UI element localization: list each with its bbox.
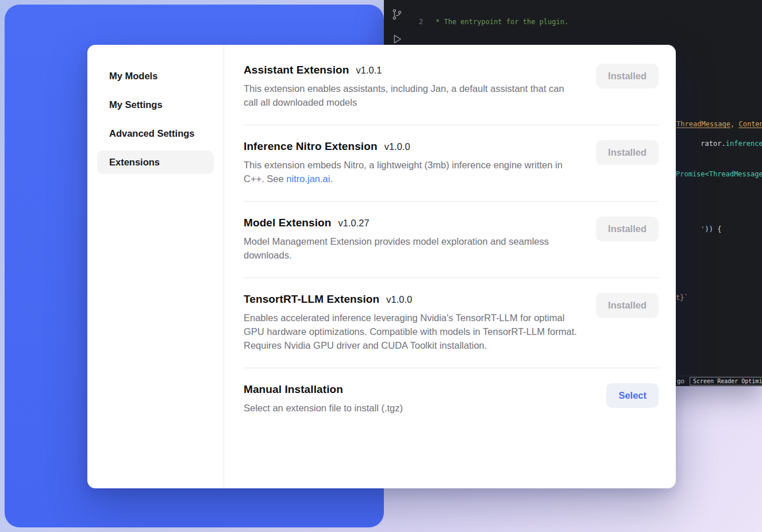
description-text: . <box>330 174 333 184</box>
extension-info: Assistant Extension v1.0.1 This extensio… <box>244 64 580 109</box>
page-background: 2 * The entrypoint for the plugin. 3 */ … <box>0 0 762 532</box>
extension-version: v1.0.0 <box>384 141 410 152</box>
screen-reader-optimized-button[interactable]: Screen Reader Optimized <box>690 377 762 385</box>
extension-info: Inference Nitro Extension v1.0.0 This ex… <box>244 140 580 186</box>
extension-description: This extension enables assistants, inclu… <box>244 82 580 109</box>
extension-version: v1.0.1 <box>356 65 382 76</box>
nitro-jan-ai-link[interactable]: nitro.jan.ai <box>286 174 330 184</box>
line-number: 2 <box>410 17 423 27</box>
extensions-panel: Assistant Extension v1.0.1 This extensio… <box>224 45 676 488</box>
code-fragment: rator.inference(data)); <box>676 132 762 156</box>
sidebar-item-my-settings[interactable]: My Settings <box>97 93 214 117</box>
extension-row-assistant: Assistant Extension v1.0.1 This extensio… <box>244 49 659 125</box>
extension-title-row: Inference Nitro Extension v1.0.0 <box>244 140 580 153</box>
code-fragment: t}` <box>676 294 688 302</box>
installed-button[interactable]: Installed <box>596 293 659 318</box>
code-string: ' <box>701 225 705 233</box>
code-method: inference <box>726 140 762 148</box>
settings-modal: My Models My Settings Advanced Settings … <box>87 45 676 488</box>
manual-installation-description: Select an extension file to install (.tg… <box>244 401 403 415</box>
manual-installation-title: Manual Installation <box>244 383 343 396</box>
extension-name: Model Extension <box>244 217 331 229</box>
sidebar-item-extensions[interactable]: Extensions <box>97 151 214 174</box>
extension-title-row: Model Extension v1.0.27 <box>244 217 580 229</box>
code-comment: * The entrypoint for the plugin. <box>436 17 568 27</box>
extension-title-row: Assistant Extension v1.0.1 <box>244 64 580 76</box>
status-bar-text: go <box>677 377 684 385</box>
installed-button[interactable]: Installed <box>596 64 659 88</box>
installed-button[interactable]: Installed <box>596 217 659 241</box>
extension-title-row: Manual Installation <box>244 383 403 396</box>
extension-row-inference-nitro: Inference Nitro Extension v1.0.0 This ex… <box>244 125 659 201</box>
extension-row-tensorrt-llm: TensortRT-LLM Extension v1.0.0 Enables a… <box>244 278 659 368</box>
manual-installation-row: Manual Installation Select an extension … <box>244 368 659 430</box>
extension-name: Inference Nitro Extension <box>244 140 378 153</box>
run-debug-icon[interactable] <box>391 33 403 45</box>
extension-title-row: TensortRT-LLM Extension v1.0.0 <box>244 293 580 306</box>
source-control-icon[interactable] <box>391 8 403 21</box>
extension-description: Model Management Extension provides mode… <box>244 234 580 262</box>
extension-info: TensortRT-LLM Extension v1.0.0 Enables a… <box>244 293 580 352</box>
extension-row-model: Model Extension v1.0.27 Model Management… <box>244 202 659 277</box>
extension-name: TensortRT-LLM Extension <box>244 293 379 306</box>
code-fragment: ')) { <box>676 217 722 241</box>
select-button[interactable]: Select <box>606 383 659 408</box>
extension-description: This extension embeds Nitro, a lightweig… <box>244 158 580 186</box>
extension-name: Assistant Extension <box>244 64 349 76</box>
extension-info: Manual Installation Select an extension … <box>244 383 403 415</box>
extension-description: Enables accelerated inference leveraging… <box>244 311 580 352</box>
extension-version: v1.0.0 <box>386 294 412 305</box>
sidebar-item-my-models[interactable]: My Models <box>97 64 214 88</box>
code-text: )) { <box>705 225 722 233</box>
code-fragment: Promise<ThreadMessage> <box>676 170 762 178</box>
installed-button[interactable]: Installed <box>596 140 659 165</box>
extension-version: v1.0.27 <box>338 218 369 229</box>
settings-sidebar: My Models My Settings Advanced Settings … <box>87 45 224 488</box>
extension-info: Model Extension v1.0.27 Model Management… <box>244 217 580 262</box>
sidebar-item-advanced-settings[interactable]: Advanced Settings <box>97 122 214 145</box>
code-line: 2 * The entrypoint for the plugin. <box>410 17 762 27</box>
code-text: rator. <box>701 140 725 148</box>
